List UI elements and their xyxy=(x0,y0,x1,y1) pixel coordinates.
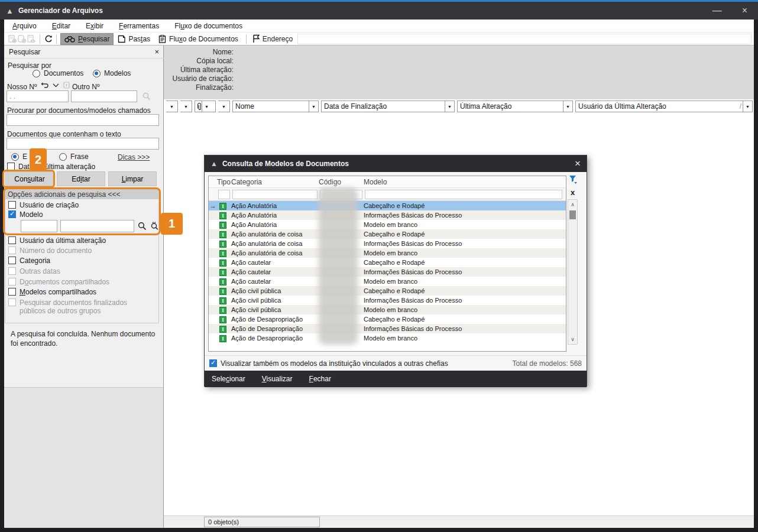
view-button[interactable]: Visualizar xyxy=(262,375,293,383)
modelo-cell: Cabeçalho e Rodapé xyxy=(364,287,566,294)
select-button[interactable]: Selecionar xyxy=(212,375,245,383)
modelo-cell: Modelo em branco xyxy=(364,278,566,285)
models-table-body: →IAção AnulatóriaCabeçalho e RodapéIAção… xyxy=(209,201,566,343)
radio-models-circle[interactable] xyxy=(93,70,101,77)
column-dropdown-icon[interactable]: ▼ xyxy=(202,101,211,112)
copy-document-icon[interactable] xyxy=(17,34,27,43)
last-alteration-user-checkbox-row[interactable]: Usuário da última alteração xyxy=(8,236,106,245)
template-type-icon: I xyxy=(219,250,226,257)
column-header-nome[interactable]: Nome ▼ xyxy=(232,100,319,112)
table-row[interactable]: IAção anulatória de coisaCabeçalho e Rod… xyxy=(209,229,566,239)
filter-categoria-input[interactable] xyxy=(232,190,318,199)
table-row[interactable]: IAção civil públicaCabeçalho e Rodapé xyxy=(209,286,566,296)
institution-models-checkbox[interactable] xyxy=(209,359,217,367)
app-logo-icon: ▲ xyxy=(6,7,14,15)
menu-exibir[interactable]: Exibir xyxy=(86,22,103,30)
table-row[interactable]: IAção de DesapropriaçãoInformações Básic… xyxy=(209,324,566,333)
close-dialog-button[interactable]: Fechar xyxy=(309,375,331,383)
category-checkbox-row[interactable]: Categoria xyxy=(8,257,50,265)
table-row[interactable]: IAção anulatória de coisaModelo em branc… xyxy=(209,248,566,258)
attachment-column-header[interactable]: ▼ xyxy=(195,100,216,112)
filter-tipo-input[interactable] xyxy=(218,190,230,199)
nosso-no-input[interactable] xyxy=(7,90,69,102)
other-dates-label: Outras datas xyxy=(20,267,60,275)
scroll-up-icon[interactable]: ∧ xyxy=(571,200,575,209)
panel-close-icon[interactable]: × xyxy=(154,47,159,56)
category-checkbox[interactable] xyxy=(8,257,16,264)
dialog-close-icon[interactable]: × xyxy=(575,158,581,170)
header-tipo[interactable]: Tipo xyxy=(217,178,231,186)
tips-link[interactable]: Dicas >>> xyxy=(118,153,150,161)
column-dropdown-icon[interactable]: ▼ xyxy=(743,101,752,112)
filter-funnel-icon[interactable] xyxy=(569,175,578,184)
table-row[interactable]: IAção AnulatóriaModelo em branco xyxy=(209,220,566,229)
menu-fluxo-documentos[interactable]: Fluxo de documentos xyxy=(174,22,242,30)
scroll-down-icon[interactable]: ∨ xyxy=(571,335,575,344)
called-input[interactable] xyxy=(7,114,159,126)
column-dropdown-icon[interactable]: ▼ xyxy=(218,100,230,112)
table-row[interactable]: →IAção AnulatóriaCabeçalho e Rodapé xyxy=(209,201,566,210)
table-row[interactable]: IAção cautelarInformações Básicas do Pro… xyxy=(209,267,566,277)
refresh-icon[interactable] xyxy=(44,35,53,43)
scrollbar-thumb[interactable] xyxy=(569,210,576,219)
template-type-icon: I xyxy=(219,231,226,238)
table-row[interactable]: IAção de DesapropriaçãoModelo em branco xyxy=(209,333,566,343)
table-row[interactable]: IAção AnulatóriaInformações Básicas do P… xyxy=(209,210,566,220)
column-header-data-finalizacao[interactable]: Data de Finalização ▼ xyxy=(321,100,455,112)
clear-filter-icon[interactable]: x xyxy=(571,188,575,197)
shared-models-checkbox[interactable] xyxy=(8,288,16,296)
menu-arquivo[interactable]: Arquivo xyxy=(12,22,37,30)
clear-button[interactable]: Limpar xyxy=(108,171,157,186)
close-button[interactable]: × xyxy=(742,6,747,15)
table-row[interactable]: IAção cautelarModelo em branco xyxy=(209,277,566,286)
radio-frase-circle[interactable] xyxy=(59,153,67,161)
chevron-down-icon[interactable] xyxy=(53,83,59,87)
address-input[interactable] xyxy=(297,34,751,44)
table-row[interactable]: IAção de DesapropriaçãoCabeçalho e Rodap… xyxy=(209,314,566,324)
menu-editar[interactable]: Editar xyxy=(52,22,70,30)
template-type-icon: I xyxy=(219,326,226,333)
outro-no-input[interactable] xyxy=(71,90,137,102)
public-finalized-label: Pesquisar documentos finalizados público… xyxy=(20,299,155,315)
radio-documents[interactable]: Documentos xyxy=(33,69,83,77)
table-row[interactable]: IAção cautelarCabeçalho e Rodapé xyxy=(209,258,566,267)
column-dropdown-icon[interactable]: ▼ xyxy=(563,101,572,112)
template-type-icon: I xyxy=(219,278,226,286)
header-modelo[interactable]: Modelo xyxy=(364,178,566,186)
last-alteration-user-checkbox[interactable] xyxy=(8,236,16,244)
toolbar-separator xyxy=(40,34,40,44)
filter-modelo-input[interactable] xyxy=(365,190,562,199)
column-dropdown-icon[interactable]: ▼ xyxy=(445,101,454,112)
toolbar-search-button[interactable]: Pesquisar xyxy=(60,33,114,45)
undo-icon[interactable] xyxy=(41,82,48,89)
last-alteration-user-label: Usuário da última alteração xyxy=(20,236,106,245)
contain-input[interactable] xyxy=(7,138,159,150)
toolbar-folders-button[interactable]: Pastas xyxy=(114,33,154,45)
radio-models[interactable]: Modelos xyxy=(93,69,131,77)
column-dropdown-icon[interactable]: ▼ xyxy=(180,100,192,112)
total-models-label: Total de modelos: 568 xyxy=(513,359,582,368)
shared-models-checkbox-row[interactable]: Modelos compartilhados xyxy=(8,288,96,296)
table-row[interactable]: IAção anulatória de coisaInformações Bás… xyxy=(209,239,566,248)
column-dropdown-icon[interactable]: ▼ xyxy=(166,100,178,112)
header-codigo[interactable]: Código xyxy=(319,178,364,186)
save-document-icon[interactable] xyxy=(27,34,36,43)
new-document-icon[interactable] xyxy=(8,34,17,43)
toolbar-flow-button[interactable]: Fluxo de Documentos xyxy=(154,33,242,45)
table-row[interactable]: IAção civil públicaModelo em branco xyxy=(209,305,566,314)
radio-e[interactable]: E xyxy=(11,153,27,161)
menu-ferramentas[interactable]: Ferramentas xyxy=(119,22,159,30)
radio-documents-circle[interactable] xyxy=(33,70,40,77)
tipo-cell: I xyxy=(217,278,231,286)
column-dropdown-icon[interactable]: ▼ xyxy=(309,101,318,112)
column-header-ultima-alteracao[interactable]: Última Alteração ▼ xyxy=(457,100,573,112)
column-header-usuario-ultima-alteracao[interactable]: Usuário da Última Alteração / ▼ xyxy=(575,100,753,112)
binoculars-icon xyxy=(64,35,75,43)
minimize-button[interactable]: — xyxy=(712,6,722,15)
dialog-scrollbar[interactable]: ∧ ∨ xyxy=(568,199,578,345)
radio-e-circle[interactable] xyxy=(11,153,19,161)
edit-button[interactable]: Editar xyxy=(57,171,105,186)
table-row[interactable]: IAção civil públicaInformações Básicas d… xyxy=(209,296,566,305)
header-categoria[interactable]: Categoria xyxy=(231,178,319,186)
radio-frase[interactable]: Frase xyxy=(59,153,89,161)
